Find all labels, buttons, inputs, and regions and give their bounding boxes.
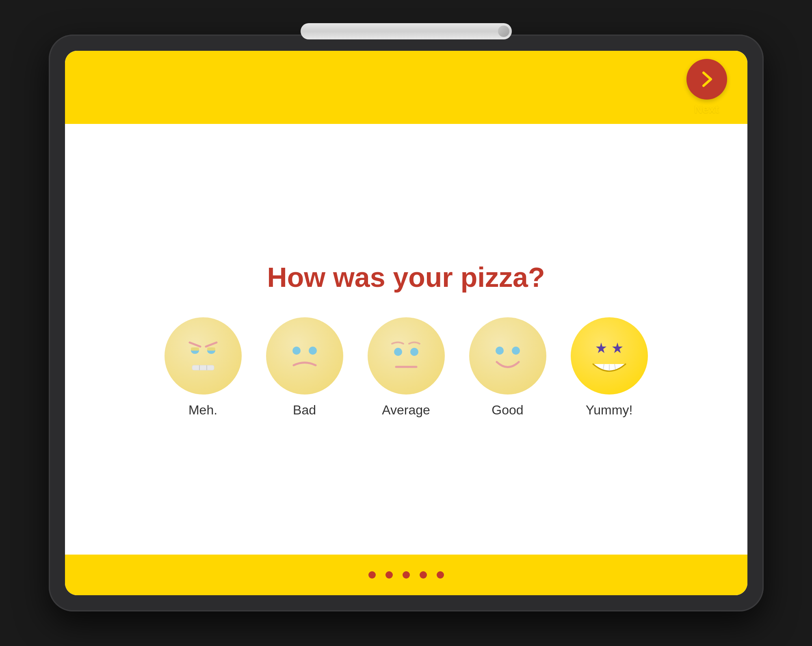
face-good: [469, 317, 546, 395]
svg-rect-4: [191, 347, 199, 351]
svg-point-10: [309, 347, 317, 355]
next-label: Next: [694, 103, 719, 116]
pagination-dot-3[interactable]: [403, 571, 410, 579]
svg-point-15: [512, 347, 520, 355]
rating-good[interactable]: Good: [469, 317, 546, 418]
main-content: How was your pizza?: [65, 124, 747, 555]
rating-good-label: Good: [492, 403, 523, 418]
pagination-dot-4[interactable]: [420, 571, 427, 579]
header-bar: Next: [65, 51, 747, 124]
face-meh: [165, 317, 242, 395]
face-avg: [368, 317, 445, 395]
star-eyes-face-svg: [575, 321, 644, 390]
sad-face-svg: [270, 321, 339, 390]
tablet-device: Next How was your pizza?: [49, 35, 764, 611]
rating-meh[interactable]: Meh.: [165, 317, 242, 418]
chevron-right-icon: [697, 69, 717, 89]
svg-line-1: [206, 343, 217, 347]
svg-rect-5: [207, 347, 215, 351]
rating-average-label: Average: [382, 403, 430, 418]
happy-face-svg: [473, 321, 542, 390]
question-title: How was your pizza?: [267, 261, 545, 293]
svg-line-0: [190, 343, 200, 347]
face-bad: [266, 317, 343, 395]
neutral-face-svg: [372, 321, 441, 390]
svg-rect-6: [192, 365, 214, 370]
emoji-row: Meh. Bad: [165, 317, 648, 418]
rating-yummy-label: Yummy!: [586, 403, 633, 418]
svg-marker-17: [612, 343, 623, 353]
rating-bad[interactable]: Bad: [266, 317, 343, 418]
pagination-dot-5[interactable]: [437, 571, 444, 579]
svg-point-9: [292, 347, 301, 355]
svg-marker-16: [596, 343, 606, 353]
svg-point-11: [394, 348, 402, 356]
svg-point-14: [496, 347, 504, 355]
tablet-screen: Next How was your pizza?: [65, 51, 747, 595]
rating-meh-label: Meh.: [188, 403, 217, 418]
stylus-pencil: [301, 23, 512, 39]
rating-average[interactable]: Average: [368, 317, 445, 418]
rating-bad-label: Bad: [293, 403, 316, 418]
rating-yummy[interactable]: Yummy!: [571, 317, 648, 418]
angry-face-svg: [169, 321, 238, 390]
pagination-dot-1[interactable]: [368, 571, 376, 579]
face-yummy: [571, 317, 648, 395]
next-button[interactable]: Next: [686, 59, 727, 116]
footer-bar: [65, 555, 747, 595]
next-circle[interactable]: [686, 59, 727, 100]
svg-point-12: [410, 348, 418, 356]
pagination-dot-2[interactable]: [385, 571, 393, 579]
